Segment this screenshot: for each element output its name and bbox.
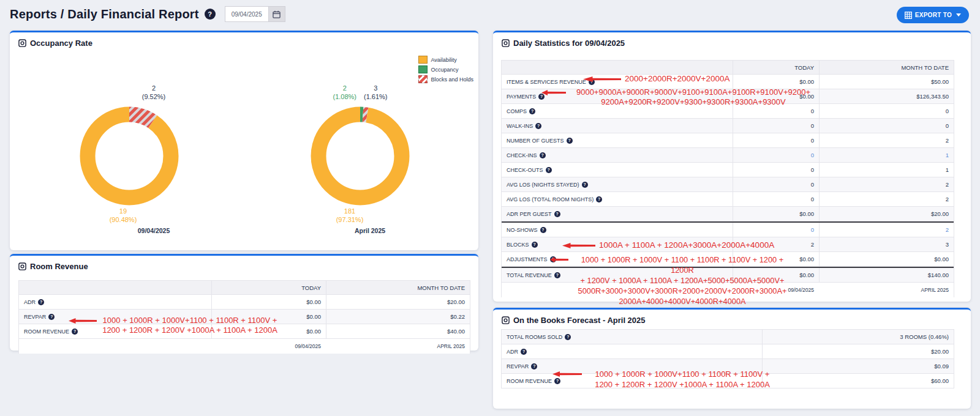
legend-item-occupancy[interactable]: Occupancy (418, 65, 473, 73)
table-row: CHECK-OUTS?01 (502, 163, 954, 177)
daily-stats-card-title: Daily Statistics for 09/04/2025 (502, 39, 625, 48)
date-input[interactable] (225, 6, 268, 22)
donut-month-top-labels: 2 (1.08%) 3 (1.61%) (308, 84, 412, 101)
occupancy-card-title-text: Occupancy Rate (30, 39, 92, 48)
table-row: NUMBER OF GUESTS?02 (502, 133, 954, 148)
cell-today: 0 (733, 119, 819, 133)
table-row: WALK-INS?00 (502, 119, 954, 133)
cell-month-to-date: $40.00 (326, 324, 470, 338)
table-footer-row: 09/04/2025APRIL 2025 (19, 339, 470, 354)
red-arrow-icon (583, 76, 621, 83)
row-label: REVPAR (24, 314, 46, 320)
help-icon[interactable]: ? (521, 349, 527, 355)
row-label: NO-SHOWS (507, 227, 538, 233)
footer-spacer (19, 339, 211, 354)
help-icon[interactable]: ? (531, 363, 537, 370)
cell-today: 0 (733, 163, 819, 177)
red-arrow-icon (550, 256, 568, 263)
donut-today-top-labels: 2 (9.52%) (102, 84, 206, 101)
help-icon[interactable]: ? (535, 123, 541, 129)
help-icon[interactable]: ? (596, 196, 602, 202)
blocks-pct: (9.52%) (142, 92, 166, 101)
availability-count: 181 (344, 207, 355, 215)
row-label: ADR PER GUEST (507, 211, 552, 217)
help-icon[interactable]: ? (48, 314, 55, 320)
cell-month-to-date: 1 (819, 148, 954, 162)
availability-pct: (90.48%) (110, 215, 137, 224)
help-icon[interactable]: ? (546, 167, 552, 173)
annotation-line: 2000A+4000+4000V+4000R+4000A (572, 296, 793, 306)
room-revenue-card-title-text: Room Revenue (30, 262, 88, 271)
forecast-card: On the Books Forecast - April 2025 TOTAL… (493, 308, 971, 409)
legend-item-blocks-and-holds[interactable]: Blocks and Holds (418, 75, 473, 83)
help-icon[interactable]: ? (567, 138, 573, 144)
annotation-total-revenue: 1000 + 1000R + 1000V + 1100 + 1100R + 11… (550, 254, 793, 306)
cell-today: 0 (733, 133, 819, 147)
legend-swatch-icon (418, 56, 428, 64)
legend-item-availability[interactable]: Availability (418, 56, 473, 64)
cell-month-to-date: $0.22 (326, 310, 470, 324)
help-icon[interactable]: ? (38, 299, 44, 305)
cell-month-to-date: 3 (819, 237, 954, 251)
red-arrow-icon (552, 371, 582, 377)
forecast-card-title: On the Books Forecast - April 2025 (502, 316, 646, 325)
cell-month-to-date: $0.00 (819, 252, 954, 266)
cell-month-to-date: 0 (819, 119, 954, 133)
header-spacer (19, 281, 211, 294)
help-icon[interactable]: ? (554, 211, 560, 217)
table-row: ADR?$0.00$20.00 (19, 295, 470, 310)
help-icon[interactable]: ? (565, 334, 571, 340)
occupancy-donut-today (77, 104, 181, 208)
help-icon[interactable]: ? (205, 9, 216, 20)
calendar-icon (273, 10, 281, 18)
annotation-payments: 9000+9000A+9000R+9000V+9100+9100A+9100R+… (541, 87, 817, 107)
row-label: AVG LOS (TOTAL ROOM NIGHTS) (507, 196, 594, 202)
help-icon[interactable]: ? (582, 182, 588, 188)
footer-date-today: 09/04/2025 (211, 339, 326, 354)
table-header-row: TODAYMONTH TO DATE (502, 61, 954, 75)
footer-date-month: APRIL 2025 (326, 339, 470, 354)
annotation-line: 1000 + 1000R + 1000V+1100 + 1100R + 1100… (586, 369, 779, 379)
table-header-row: TODAYMONTH TO DATE (19, 281, 470, 295)
cell-value: $20.00 (762, 344, 954, 358)
occupancy-pct: (1.08%) (333, 92, 356, 101)
availability-label: 19 (90.48%) (110, 207, 137, 224)
help-icon[interactable]: ? (529, 108, 535, 114)
row-label-cell: AVG LOS (NIGHTS STAYED)? (502, 177, 733, 191)
column-header: TODAY (733, 61, 819, 74)
donut-today-date: 09/04/2025 (99, 227, 209, 234)
export-to-button[interactable]: EXPORT TO (897, 7, 969, 23)
donut-month-bottom-label: 181 (97.31%) (304, 207, 396, 224)
row-label: COMPS (507, 108, 527, 114)
row-label: WALK-INS (507, 123, 533, 129)
page-header: Reports / Daily Financial Report ? (10, 6, 285, 22)
report-icon (18, 262, 26, 270)
calendar-button[interactable] (268, 6, 285, 22)
table-row: CHECK-INS?01 (502, 148, 954, 163)
row-label: ROOM REVENUE (507, 378, 552, 384)
table-row: AVG LOS (NIGHTS STAYED)?02 (502, 177, 954, 192)
row-label-cell: ADR? (502, 344, 762, 358)
page-title: Reports / Daily Financial Report (10, 7, 199, 21)
help-icon[interactable]: ? (532, 242, 538, 248)
row-label-cell: CHECK-OUTS? (502, 163, 733, 177)
annotation-items-services: 2000+2000R+2000V+2000A (583, 74, 730, 84)
help-icon[interactable]: ? (540, 227, 546, 233)
row-label-cell: NUMBER OF GUESTS? (502, 133, 733, 147)
availability-label: 181 (97.31%) (336, 207, 364, 224)
cell-month-to-date: 1 (819, 163, 954, 177)
row-label: ITEMS & SERVICES REVENUE (507, 79, 586, 85)
annotation-room-revenue: 1000 + 1000R + 1000V+1100 + 1100R + 1100… (69, 316, 279, 335)
cell-month-to-date: $50.00 (819, 75, 954, 89)
blocks-label: 3 (1.61%) (364, 84, 388, 101)
cell-month-to-date: $20.00 (326, 295, 470, 309)
occupancy-card-title: Occupancy Rate (18, 39, 92, 48)
cell-month-to-date: $20.00 (819, 207, 954, 221)
cell-month-to-date: 2 (819, 192, 954, 206)
availability-pct: (97.31%) (336, 215, 364, 224)
help-icon[interactable]: ? (540, 152, 546, 158)
row-label: ADR (24, 299, 36, 305)
cell-value: $60.00 (762, 374, 954, 388)
occupancy-count: 2 (343, 84, 347, 92)
row-label-cell: NO-SHOWS? (502, 223, 733, 237)
